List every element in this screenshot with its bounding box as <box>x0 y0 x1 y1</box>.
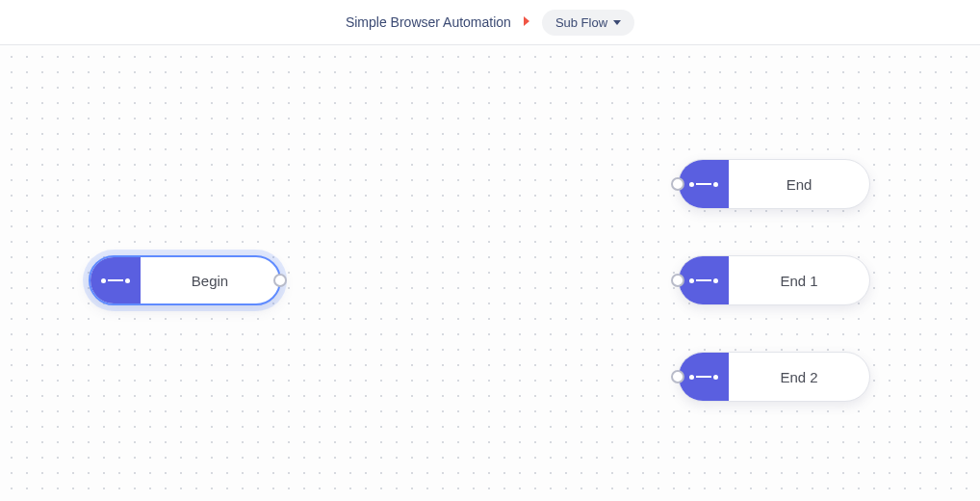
breadcrumb-current-label: Sub Flow <box>555 15 607 30</box>
node-icon-cap <box>679 256 729 304</box>
node-label: Begin <box>141 257 279 303</box>
node-icon-cap <box>679 353 729 401</box>
node-icon-cap <box>679 160 729 208</box>
node-label: End 2 <box>729 353 869 401</box>
breadcrumb-current-dropdown[interactable]: Sub Flow <box>542 10 634 36</box>
output-port[interactable] <box>273 274 287 287</box>
node-label: End 1 <box>729 256 869 304</box>
node-end[interactable]: End <box>678 159 870 209</box>
flow-terminal-icon <box>689 278 718 283</box>
input-port[interactable] <box>671 177 684 191</box>
flow-terminal-icon <box>101 278 130 283</box>
input-port[interactable] <box>671 370 684 383</box>
breadcrumb-parent[interactable]: Simple Browser Automation <box>346 14 511 30</box>
input-port[interactable] <box>671 274 684 287</box>
node-icon-cap <box>90 257 141 303</box>
node-end-2[interactable]: End 2 <box>678 352 870 402</box>
node-begin[interactable]: Begin <box>89 255 281 305</box>
header: Simple Browser Automation Sub Flow <box>0 0 980 45</box>
chevron-down-icon <box>613 20 621 25</box>
node-label: End <box>729 160 869 208</box>
breadcrumb-separator-icon <box>523 15 530 29</box>
flow-terminal-icon <box>689 375 718 380</box>
flow-canvas[interactable]: Begin End End 1 End 2 <box>0 45 980 501</box>
node-end-1[interactable]: End 1 <box>678 255 870 305</box>
flow-terminal-icon <box>689 182 718 187</box>
